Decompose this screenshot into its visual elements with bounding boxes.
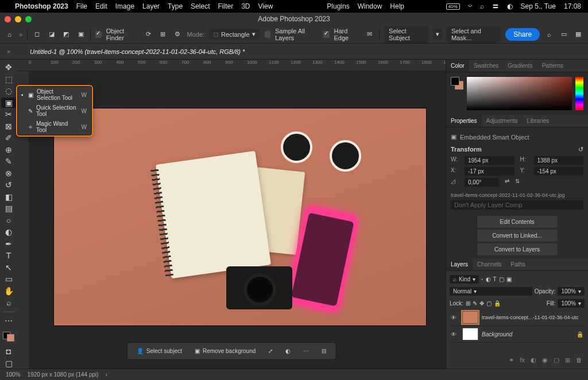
crop-tool[interactable]: ✂ xyxy=(1,109,16,120)
layer-row-smart-object[interactable]: 👁 travel-items-concept...-11-01-02-36-04… xyxy=(450,309,585,326)
tab-layers[interactable]: Layers xyxy=(446,258,473,270)
flip-h-icon[interactable]: ⇄ xyxy=(505,178,509,187)
menubar-date[interactable]: Sep 5., Tue xyxy=(521,2,556,10)
convert-to-layers-button[interactable]: Convert to Layers xyxy=(477,243,558,255)
opacity-input[interactable]: 100%▾ xyxy=(558,287,585,296)
eraser-tool[interactable]: ◧ xyxy=(1,192,16,203)
home-icon[interactable]: ⌂ xyxy=(5,29,14,40)
layer-name[interactable]: travel-items-concept...-11-01-02-36-04-u… xyxy=(482,315,579,320)
filter-shape-icon[interactable]: ▢ xyxy=(499,276,504,282)
flyout-object-selection[interactable]: ▣ Object Selection Tool W xyxy=(18,87,91,103)
edit-contents-button[interactable]: Edit Contents xyxy=(477,216,558,228)
layer-thumbnail[interactable] xyxy=(462,311,478,324)
group-icon[interactable]: ▢ xyxy=(554,356,559,364)
zoom-level[interactable]: 100% xyxy=(6,371,21,378)
clone-stamp-tool[interactable]: ⊗ xyxy=(1,168,16,179)
menu-layer[interactable]: Layer xyxy=(142,2,160,10)
doc-info-chevron-icon[interactable]: › xyxy=(106,371,107,378)
frame-tool[interactable]: ⊠ xyxy=(1,121,16,132)
layer-visibility-icon[interactable]: 👁 xyxy=(451,331,459,338)
document-tab[interactable]: Untitled-1 @ 100% (travel-items-concept-… xyxy=(23,45,252,58)
filter-adjust-icon[interactable]: ◐ xyxy=(486,276,491,282)
menu-help[interactable]: Help xyxy=(390,2,404,10)
menu-type[interactable]: Type xyxy=(168,2,183,10)
chevron-double-icon[interactable]: » xyxy=(19,31,22,38)
lock-artboard-icon[interactable]: ▢ xyxy=(486,300,492,307)
panel-color-swatches[interactable] xyxy=(451,77,463,90)
menu-edit[interactable]: Edit xyxy=(95,2,107,10)
maximize-window-button[interactable] xyxy=(25,16,32,22)
height-input[interactable]: 1388 px xyxy=(534,156,584,165)
filter-pixel-icon[interactable]: ▫ xyxy=(481,276,483,282)
tab-swatches[interactable]: Swatches xyxy=(469,60,503,72)
menu-filter[interactable]: Filter xyxy=(218,2,233,10)
sample-all-layers-checkbox[interactable] xyxy=(265,31,270,38)
ctx-adjust-icon[interactable]: ◐ xyxy=(282,346,294,356)
edit-toolbar-icon[interactable]: ⋯ xyxy=(1,316,16,327)
arrange-icon[interactable]: ▦ xyxy=(574,29,583,40)
tab-gradients[interactable]: Gradients xyxy=(503,60,537,72)
layer-fx-icon[interactable]: fx xyxy=(520,356,525,364)
menu-image[interactable]: Image xyxy=(115,2,134,10)
select-subject-dropdown[interactable]: ▾ xyxy=(433,29,442,40)
object-finder-checkbox[interactable] xyxy=(95,31,101,38)
layer-comp-dropdown[interactable]: Don't Apply Layer Comp xyxy=(451,200,583,210)
layer-visibility-icon[interactable]: 👁 xyxy=(451,315,459,321)
shape-tool[interactable]: ▭ xyxy=(1,274,16,285)
hue-strip[interactable] xyxy=(575,77,583,110)
hard-edge-checkbox[interactable] xyxy=(323,31,329,38)
dodge-tool[interactable]: ◐ xyxy=(1,227,16,238)
angle-input[interactable]: 0,00° xyxy=(465,178,499,187)
color-swatches[interactable] xyxy=(3,332,14,342)
hand-tool[interactable]: ✋ xyxy=(1,286,16,297)
reset-transform-icon[interactable]: ↺ xyxy=(578,146,583,153)
flip-v-icon[interactable]: ⇅ xyxy=(515,178,520,187)
tab-color[interactable]: Color xyxy=(446,60,469,72)
tab-channels[interactable]: Channels xyxy=(473,258,506,270)
eyedropper-tool[interactable]: ✐ xyxy=(1,133,16,144)
document-info[interactable]: 1920 px x 1080 px (144 ppi) xyxy=(28,371,99,378)
background-color[interactable] xyxy=(7,334,14,342)
ctx-transform-icon[interactable]: ⤢ xyxy=(265,346,276,356)
lasso-tool[interactable]: ◌ xyxy=(1,86,16,96)
layer-row-background[interactable]: 👁 Background 🔒 xyxy=(450,326,585,343)
show-all-objects-icon[interactable]: ⊞ xyxy=(158,29,168,40)
layer-mask-icon[interactable]: ◐ xyxy=(531,356,536,364)
app-name[interactable]: Photoshop 2023 xyxy=(15,2,68,10)
lock-icon[interactable]: 🔒 xyxy=(494,300,501,307)
path-selection-tool[interactable]: ↖ xyxy=(1,262,16,273)
move-tool[interactable]: ✥ xyxy=(1,62,16,73)
flyout-quick-selection[interactable]: ✎ Quick Selection Tool W xyxy=(18,103,91,119)
canvas-image[interactable] xyxy=(53,108,427,326)
new-layer-icon[interactable]: ⊞ xyxy=(565,356,570,364)
fill-input[interactable]: 100%▾ xyxy=(558,299,585,308)
history-brush-tool[interactable]: ↺ xyxy=(1,180,16,191)
object-selection-tool[interactable]: ▣ xyxy=(1,98,16,108)
close-window-button[interactable] xyxy=(5,16,11,22)
mode-dropdown[interactable]: ⬚ Rectangle ▾ xyxy=(209,29,260,40)
healing-brush-tool[interactable]: ⊕ xyxy=(1,145,16,156)
filter-type-icon[interactable]: T xyxy=(493,276,497,282)
minimize-window-button[interactable] xyxy=(15,16,21,22)
menu-window[interactable]: Window xyxy=(358,2,382,10)
tab-properties[interactable]: Properties xyxy=(446,115,482,127)
quick-mask-icon[interactable]: ◘ xyxy=(1,346,16,357)
delete-layer-icon[interactable]: 🗑 xyxy=(576,356,582,364)
zoom-tool[interactable]: ⌕ xyxy=(1,297,16,308)
menubar-time[interactable]: 17:08 xyxy=(564,2,581,10)
lock-pixels-icon[interactable]: ✎ xyxy=(473,300,477,307)
menu-view[interactable]: View xyxy=(258,2,273,10)
ctx-more-icon[interactable]: ⋯ xyxy=(300,346,312,356)
ctx-select-subject-button[interactable]: 👤 Select subject xyxy=(133,346,185,356)
convert-to-linked-button[interactable]: Convert to Linked... xyxy=(477,230,558,242)
selection-mode-add-icon[interactable]: ◪ xyxy=(47,29,57,40)
blend-mode-dropdown[interactable]: Normal▾ xyxy=(450,287,532,296)
selection-mode-intersect-icon[interactable]: ▣ xyxy=(76,29,86,40)
y-input[interactable]: -154 px xyxy=(534,167,584,176)
feedback-icon[interactable]: ✉ xyxy=(365,29,374,40)
siri-icon[interactable]: ◐ xyxy=(507,2,513,10)
pen-tool[interactable]: ✒ xyxy=(1,239,16,250)
gear-icon[interactable]: ⚙ xyxy=(172,29,182,40)
search-tool-icon[interactable]: ⌕ xyxy=(544,29,554,40)
flyout-magic-wand[interactable]: ✧ Magic Wand Tool W xyxy=(18,119,91,135)
